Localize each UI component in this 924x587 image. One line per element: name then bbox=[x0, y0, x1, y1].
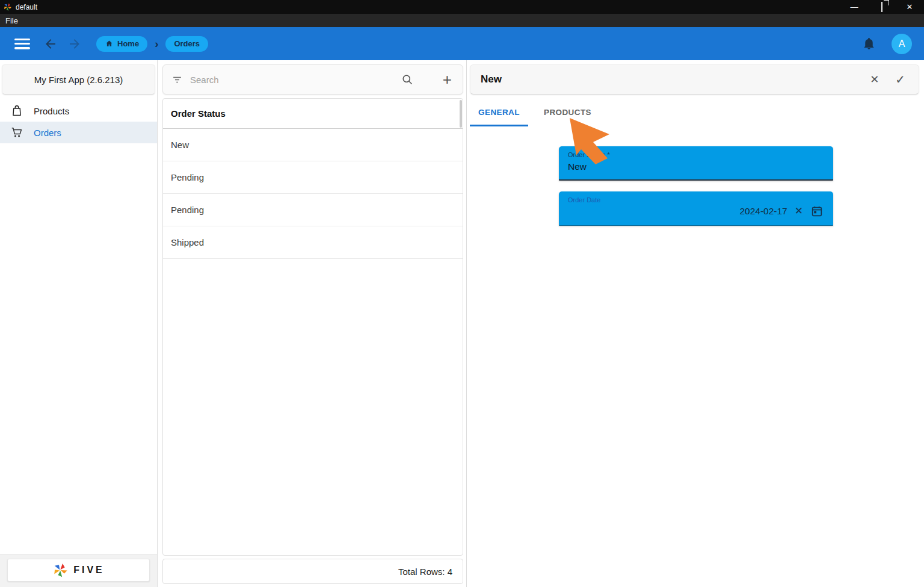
save-check-icon[interactable]: ✓ bbox=[895, 72, 905, 87]
list-item[interactable]: New bbox=[163, 129, 463, 161]
sidebar-footer: FIVE bbox=[0, 554, 157, 587]
breadcrumb: Home › Orders bbox=[96, 36, 208, 52]
notification-bell-icon[interactable] bbox=[862, 37, 876, 51]
order-status-label: Order Status * bbox=[568, 151, 825, 158]
breadcrumb-orders-label: Orders bbox=[174, 39, 200, 48]
order-date-value: 2024-02-17 bbox=[739, 206, 787, 217]
close-window-icon[interactable]: ✕ bbox=[905, 2, 914, 11]
detail-header: New ✕ ✓ bbox=[470, 64, 919, 95]
minimize-icon[interactable]: — bbox=[849, 2, 859, 11]
titlebar: default — ✕ bbox=[0, 0, 924, 14]
column-header-label: Order Status bbox=[171, 108, 226, 119]
total-rows-label: Total Rows: 4 bbox=[398, 567, 452, 577]
list-item[interactable]: Shipped bbox=[163, 226, 463, 259]
menubar: File bbox=[0, 14, 924, 27]
cancel-icon[interactable]: ✕ bbox=[870, 73, 879, 86]
order-status-field[interactable]: Order Status * New bbox=[559, 146, 833, 181]
sidebar-nav: Products Orders bbox=[0, 100, 157, 143]
records-list: Order Status New Pending Pending Shipped bbox=[162, 98, 463, 556]
search-bar: + bbox=[162, 64, 463, 95]
menu-file[interactable]: File bbox=[5, 16, 18, 25]
avatar-initial: A bbox=[899, 39, 905, 49]
appbar: Home › Orders A bbox=[0, 27, 924, 60]
sidebar: My First App (2.6.213) Products bbox=[0, 60, 158, 587]
list-panel: + Order Status New Pending Pending Shipp… bbox=[158, 60, 467, 587]
back-arrow-icon[interactable] bbox=[43, 37, 58, 51]
chevron-right-icon: › bbox=[152, 38, 161, 50]
search-input[interactable] bbox=[190, 75, 401, 85]
five-brand-card: FIVE bbox=[7, 559, 150, 582]
shopping-bag-icon bbox=[10, 104, 23, 117]
sidebar-item-orders[interactable]: Orders bbox=[0, 122, 157, 143]
sidebar-item-label: Products bbox=[34, 106, 69, 116]
breadcrumb-home-chip[interactable]: Home bbox=[96, 36, 147, 52]
five-logo-icon bbox=[52, 562, 68, 578]
list-item[interactable]: Pending bbox=[163, 194, 463, 226]
order-status-value: New bbox=[568, 161, 825, 172]
sidebar-item-label: Orders bbox=[34, 128, 61, 138]
calendar-icon[interactable] bbox=[810, 205, 824, 218]
main-content: My First App (2.6.213) Products bbox=[0, 60, 924, 587]
avatar[interactable]: A bbox=[892, 34, 912, 54]
detail-title: New bbox=[481, 73, 502, 85]
shopping-cart-icon bbox=[10, 126, 23, 139]
five-wordmark: FIVE bbox=[73, 565, 105, 576]
app-title-card: My First App (2.6.213) bbox=[2, 64, 155, 95]
home-icon bbox=[105, 39, 114, 48]
forward-arrow-icon[interactable] bbox=[67, 37, 82, 51]
hamburger-menu-icon[interactable] bbox=[14, 39, 30, 49]
clear-date-icon[interactable]: ✕ bbox=[795, 206, 803, 217]
list-footer: Total Rows: 4 bbox=[162, 559, 463, 584]
restore-icon[interactable] bbox=[877, 2, 887, 11]
filter-icon[interactable] bbox=[171, 74, 183, 85]
scrollbar[interactable] bbox=[460, 100, 462, 128]
breadcrumb-home-label: Home bbox=[117, 39, 139, 48]
tab-general[interactable]: GENERAL bbox=[470, 98, 528, 126]
detail-form: Order Status * New Order Date 2024-02-17… bbox=[559, 146, 833, 226]
app-title: My First App (2.6.213) bbox=[34, 75, 123, 85]
app-window: default — ✕ File Home › Or bbox=[0, 0, 924, 587]
window-title: default bbox=[16, 3, 37, 11]
column-header[interactable]: Order Status bbox=[163, 99, 463, 129]
detail-tabs: GENERAL PRODUCTS bbox=[467, 98, 924, 126]
detail-panel: New ✕ ✓ GENERAL PRODUCTS Order Status * … bbox=[467, 60, 924, 587]
breadcrumb-orders-chip[interactable]: Orders bbox=[165, 36, 208, 52]
add-record-icon[interactable]: + bbox=[443, 73, 452, 85]
order-date-field[interactable]: Order Date 2024-02-17 ✕ bbox=[559, 191, 833, 226]
order-date-label: Order Date bbox=[568, 196, 825, 203]
search-icon[interactable] bbox=[401, 73, 414, 86]
tab-products[interactable]: PRODUCTS bbox=[538, 98, 597, 126]
list-item[interactable]: Pending bbox=[163, 161, 463, 194]
sidebar-item-products[interactable]: Products bbox=[0, 100, 157, 122]
five-logo-icon bbox=[3, 2, 12, 11]
